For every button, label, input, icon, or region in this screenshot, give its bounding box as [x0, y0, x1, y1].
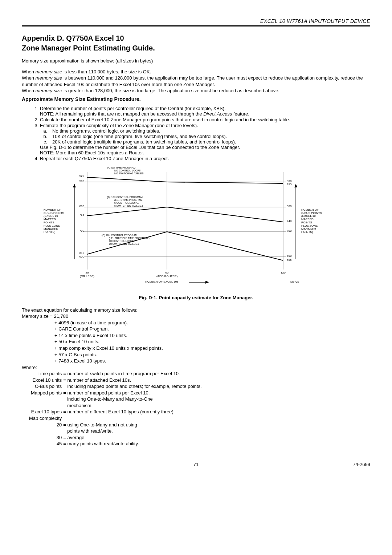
y-right-900: 900 [287, 179, 291, 183]
where-definitions: Time points = number of switch points in… [29, 370, 203, 447]
memory-size-term: memory size [36, 75, 62, 81]
step-3-note: NOTE: More than 60 Excel 10s requires a … [40, 150, 370, 155]
equation-l4: + 50 x Excel 10 units. [54, 339, 370, 345]
def: = using One-to-Many and not using points… [63, 422, 203, 434]
page-footer: 71 74-2699 [22, 462, 370, 467]
x-axis-label: NUMBER OF EXCEL 10s [145, 280, 178, 284]
step-3c: 20K of control logic (multiple time prog… [49, 139, 370, 145]
label: 30 [29, 434, 63, 441]
def: = average. [63, 434, 203, 441]
appendix-title-line1: Appendix D. Q7750A Excel 10 [22, 34, 370, 43]
where-excel10-units: Excel 10 units = number of attached Exce… [29, 377, 203, 384]
step-3a: No time programs, control logic, or swit… [49, 128, 370, 134]
y-right-600: 600 [287, 254, 291, 258]
figure-d1-chart: 920 900 800 765 700 610 600 900 895 800 … [36, 165, 312, 288]
x-60: 60 [164, 271, 170, 274]
step-3-use: Use Fig. D-1 to determine the number of … [40, 145, 370, 150]
label: 20 [29, 422, 63, 434]
equation-lead: The exact equation for calculating memor… [22, 307, 370, 313]
header-rule-heavy [22, 27, 370, 27]
text: When [22, 88, 36, 93]
ann-a: (A) NO TIME PROGRAM, NO CONTROL LOOPS, N… [107, 166, 144, 175]
x-20-sub: (OR LESS) [76, 275, 98, 278]
equation-l1: + 4096 (in case of a time program). [54, 320, 370, 326]
y-left-765: 765 [76, 213, 84, 216]
def: = [63, 415, 203, 422]
where-map-complexity: Map complexity = [29, 415, 203, 422]
where-mc-30: 30 = average. [29, 434, 203, 441]
y-left-800: 800 [76, 204, 84, 208]
label: 45 [29, 441, 63, 447]
equation-l3: + 14 x time points x Excel 10 units. [54, 332, 370, 339]
def: = number of different Excel 10 types (cu… [63, 409, 203, 415]
ann-b: (B) 10K CONTROL PROGRAM (I.E., 1 TIME PR… [107, 196, 143, 207]
text: is between 110,000 and 128,000 bytes, th… [22, 75, 363, 87]
header-rule-thin [22, 25, 370, 26]
step-1-text: Determine the number of points per contr… [40, 106, 226, 111]
where-time-points: Time points = number of switch points in… [29, 370, 203, 377]
memory-size-term: memory size [36, 69, 62, 74]
step-3: Estimate the program complexity of the Z… [40, 123, 370, 155]
intro-paragraph: Memory size approximation is shown below… [22, 58, 370, 64]
chart-svg [36, 165, 312, 288]
text: NOTE: All remaining points that are not … [40, 111, 203, 117]
x-60-sub: (ADD ROUTER) [154, 275, 180, 278]
x-20: 20 [84, 271, 90, 274]
step-1-note: NOTE: All remaining points that are not … [40, 111, 370, 117]
running-header: EXCEL 10 W7761A INPUT/OUTPUT DEVICE [22, 18, 370, 24]
y-left-610: 610 [76, 251, 84, 255]
step-1: Determine the number of points per contr… [40, 106, 370, 117]
appendix-title-line2: Zone Manager Point Estimating Guide. [22, 44, 370, 53]
where-mapped-points: Mapped points = number of mapped points … [29, 390, 203, 409]
memory-size-term: memory size [36, 88, 62, 93]
y-axis-label-left: NUMBER OF C-BUS POINTS (EXCEL 10 MAPPED … [44, 208, 69, 234]
def: = number of attached Excel 10s. [63, 377, 203, 384]
label: Excel 10 types [29, 409, 63, 415]
memory-para-1: When memory size is less than 110,000 by… [22, 69, 370, 75]
y-right-700: 700 [287, 229, 291, 232]
figure-id: M8729 [290, 280, 299, 284]
figure-caption: Fig. D-1. Point capacity estimate for Zo… [22, 295, 370, 300]
label: Time points [29, 370, 63, 377]
label: Excel 10 units [29, 377, 63, 384]
procedure-list: Determine the number of points per contr… [33, 106, 370, 161]
step-3-sublist: No time programs, control logic, or swit… [49, 128, 370, 145]
y-right-585: 585 [287, 258, 291, 262]
where-mc-45: 45 = many points with read/write ability… [29, 441, 203, 447]
where-excel10-types: Excel 10 types = number of different Exc… [29, 409, 203, 415]
def: = many points with read/write ability. [63, 441, 203, 447]
step-3b: 10K of control logic (one time program, … [49, 134, 370, 139]
text: is less than 110,000 bytes, the size is … [62, 69, 151, 74]
where-cbus-points: C-Bus points = including mapped points a… [29, 383, 203, 390]
where-heading: Where: [22, 364, 370, 371]
step-4: Repeat for each Q7750A Excel 10 Zone Man… [40, 156, 370, 161]
step-2: Calculate the number of Excel 10 Zone Ma… [40, 117, 370, 122]
text: When [22, 75, 36, 81]
where-mc-20: 20 = using One-to-Many and not using poi… [29, 422, 203, 434]
y-left-900: 900 [76, 179, 84, 183]
text: When [22, 69, 36, 74]
x-120: 120 [279, 271, 287, 274]
def: = number of switch points in time progra… [63, 370, 203, 377]
equation-l0: Memory size = 21,780 [22, 313, 370, 320]
equation-l6: + 57 x C-Bus points. [54, 352, 370, 358]
svg-marker-10 [294, 184, 297, 187]
memory-para-2: When memory size is between 110,000 and … [22, 75, 370, 88]
doc-number: 74-2699 [334, 462, 370, 467]
def: = including mapped points and others; fo… [63, 383, 203, 390]
equation-l2: + CARE Control Program. [54, 326, 370, 332]
procedure-heading: Approximate Memory Size Estimating Proce… [22, 96, 370, 102]
label: Mapped points [29, 390, 63, 409]
y-left-920: 920 [76, 174, 84, 178]
ann-c: (C) 20K CONTROL PROGRAM (I.E., MULTIPLE … [102, 234, 150, 246]
text: is greater than 128,000, the size is too… [62, 88, 279, 93]
y-left-600: 600 [76, 255, 84, 258]
page-number: 71 [58, 462, 334, 467]
text: feature. [232, 111, 249, 117]
y-left-700: 700 [76, 229, 84, 232]
svg-marker-12 [205, 281, 209, 284]
direct-access-term: Direct Access [203, 111, 232, 117]
memory-para-3: When memory size is greater than 128,000… [22, 88, 370, 94]
y-axis-label-right: NUMBER OF C-BUS POINTS (EXCEL 10 MAPPED … [301, 208, 327, 234]
equation-l7: + 7488 x Excel 10 types. [54, 358, 370, 364]
